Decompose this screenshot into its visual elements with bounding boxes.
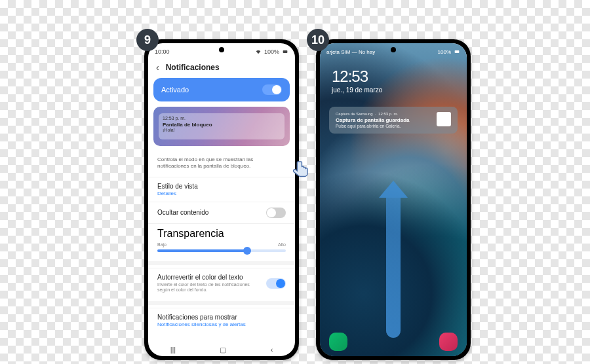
view-style-value: Detalles xyxy=(157,191,286,196)
pointer-hand-icon xyxy=(290,160,312,182)
nav-back-icon[interactable]: ‹ xyxy=(271,346,273,354)
preview-title: Pantalla de bloqueo xyxy=(163,122,281,128)
svg-rect-0 xyxy=(283,50,288,53)
to-show-label: Notificaciones para mostrar xyxy=(157,314,286,321)
auto-color-row[interactable]: Autorrevertir el color del texto Inviert… xyxy=(148,268,295,299)
swipe-up-arrow xyxy=(384,181,403,338)
transparency-slider[interactable] xyxy=(157,249,286,252)
front-camera-2 xyxy=(391,47,396,52)
view-style-label: Estilo de vista xyxy=(157,183,286,190)
description-text: Controla el modo en que se muestran las … xyxy=(148,151,295,177)
auto-color-label: Autorrevertir el color del texto xyxy=(157,274,262,281)
preview-time: 12:53 p. m. xyxy=(163,116,281,120)
preview-body: ¡Hola! xyxy=(163,128,281,132)
status-battery: 100% xyxy=(264,48,279,55)
transparency-high: Alto xyxy=(278,242,286,247)
battery-icon xyxy=(282,48,288,55)
notif-subtitle: Pulse aquí para abrirla en Galería. xyxy=(336,124,431,128)
to-show-value: Notificaciones silenciosas y de alertas xyxy=(157,321,286,327)
phone-mockup-9: 10:00 100% ‹ Notificaciones Activado 12:… xyxy=(144,39,299,360)
activado-toggle[interactable] xyxy=(262,84,282,95)
page-title: Notificaciones xyxy=(166,63,220,72)
notif-thumbnail xyxy=(437,112,451,126)
lock-date: jue., 19 de marzo xyxy=(332,86,455,94)
page-header: ‹ Notificaciones xyxy=(148,58,295,78)
auto-color-sub: Invierte el color del texto de las notif… xyxy=(157,282,262,293)
back-icon[interactable]: ‹ xyxy=(156,62,159,73)
transparency-label: Transparencia xyxy=(157,228,286,240)
nav-recents-icon[interactable]: ||| xyxy=(170,346,176,354)
svg-rect-1 xyxy=(455,50,460,53)
lock-clock: 12:53 jue., 19 de marzo xyxy=(320,58,467,96)
section-separator-2 xyxy=(148,301,295,305)
wifi-icon xyxy=(255,48,262,55)
auto-color-toggle[interactable] xyxy=(266,278,286,289)
step-badge-10: 10 xyxy=(307,29,329,51)
lock-notification-card[interactable]: Captura de Samsung · 12:53 p. m. Captura… xyxy=(329,107,458,134)
notif-title: Captura de pantalla guardada xyxy=(336,117,431,123)
activado-toggle-row[interactable]: Activado xyxy=(153,78,290,101)
lockscreen-preview: 12:53 p. m. Pantalla de bloqueo ¡Hola! xyxy=(153,107,290,146)
transparency-low: Bajo xyxy=(157,242,167,247)
step-badge-9: 9 xyxy=(136,29,159,51)
battery-icon xyxy=(454,48,460,55)
notif-source: Captura de Samsung xyxy=(336,112,373,116)
lock-time: 12:53 xyxy=(332,67,455,86)
status-time: 10:00 xyxy=(155,48,170,55)
android-navbar: ||| ▢ ‹ xyxy=(148,343,295,356)
front-camera xyxy=(219,47,224,52)
hide-content-row[interactable]: Ocultar contenido xyxy=(148,202,295,223)
notif-timestamp: 12:53 p. m. xyxy=(378,112,398,116)
hide-content-label: Ocultar contenido xyxy=(157,209,208,216)
activado-label: Activado xyxy=(161,86,189,94)
hide-content-toggle[interactable] xyxy=(266,208,286,218)
view-style-row[interactable]: Estilo de vista Detalles xyxy=(148,177,295,202)
transparency-row: Transparencia Bajo Alto xyxy=(148,223,295,259)
camera-app-icon[interactable] xyxy=(439,333,458,351)
notifications-to-show-row[interactable]: Notificaciones para mostrar Notificacion… xyxy=(148,308,295,333)
lock-screen[interactable]: arjeta SIM — No hay 100% 12:53 jue., 19 … xyxy=(320,43,467,356)
phone-mockup-10: arjeta SIM — No hay 100% 12:53 jue., 19 … xyxy=(316,39,471,360)
sim-status-text: arjeta SIM — No hay xyxy=(326,49,375,55)
settings-screen: 10:00 100% ‹ Notificaciones Activado 12:… xyxy=(148,43,295,356)
phone-app-icon[interactable] xyxy=(329,333,347,351)
section-separator xyxy=(148,261,295,265)
lock-battery-text: 100% xyxy=(438,49,451,55)
nav-home-icon[interactable]: ▢ xyxy=(220,346,226,354)
